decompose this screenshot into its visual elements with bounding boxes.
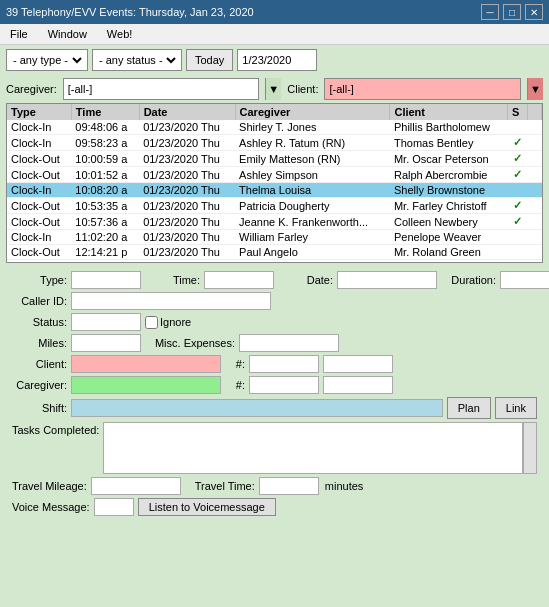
cell-type: Clock-Out	[7, 167, 71, 183]
listen-button[interactable]: Listen to Voicemessage	[138, 498, 276, 516]
client-field[interactable]: [-all-]	[324, 78, 521, 100]
minimize-button[interactable]: ─	[481, 4, 499, 20]
travel-mileage-label: Travel Mileage:	[12, 480, 87, 492]
status-select[interactable]: - any status - Active Inactive	[95, 50, 179, 70]
menu-web[interactable]: Web!	[103, 26, 136, 42]
maximize-button[interactable]: □	[503, 4, 521, 20]
callerid-input[interactable]	[71, 292, 271, 310]
cell-time: 12:14:21 p	[71, 245, 139, 260]
cell-time: 10:01:52 a	[71, 167, 139, 183]
client-dropdown-arrow[interactable]: ▼	[527, 78, 543, 100]
col-type: Type	[7, 104, 71, 120]
client-detail-input[interactable]	[71, 355, 221, 373]
table-row[interactable]: Clock-In 11:02:20 a 01/23/2020 Thu Willi…	[7, 230, 542, 245]
voice-message-input[interactable]	[94, 498, 134, 516]
cell-scroll-pad	[528, 120, 542, 135]
shift-input[interactable]	[71, 399, 443, 417]
col-caregiver: Caregiver	[235, 104, 390, 120]
type-label: Type:	[12, 274, 67, 286]
events-table-container: Type Time Date Caregiver Client S Clock-…	[6, 103, 543, 263]
cell-type: Clock-Out	[7, 245, 71, 260]
time-input[interactable]	[204, 271, 274, 289]
table-row[interactable]: Clock-Out 10:00:59 a 01/23/2020 Thu Emil…	[7, 151, 542, 167]
table-row[interactable]: Clock-In 10:08:20 a 01/23/2020 Thu Thelm…	[7, 183, 542, 198]
misc-exp-input[interactable]	[239, 334, 339, 352]
toolbar: - any type - Clock-In Clock-Out - any st…	[0, 45, 549, 75]
cell-scroll-pad	[528, 245, 542, 260]
client-hash-input[interactable]	[249, 355, 319, 373]
travel-time-input[interactable]	[259, 477, 319, 495]
cell-time: 09:48:06 a	[71, 120, 139, 135]
table-body: Clock-In 09:48:06 a 01/23/2020 Thu Shirl…	[7, 120, 542, 260]
table-row[interactable]: Clock-In 09:58:23 a 01/23/2020 Thu Ashle…	[7, 135, 542, 151]
cell-client: Mr. Roland Green	[390, 245, 508, 260]
table-row[interactable]: Clock-Out 10:57:36 a 01/23/2020 Thu Jean…	[7, 214, 542, 230]
caregiver-detail-input[interactable]	[71, 376, 221, 394]
cell-check: ✓	[508, 214, 528, 230]
table-row[interactable]: Clock-Out 10:01:52 a 01/23/2020 Thu Ashl…	[7, 167, 542, 183]
ignore-checkbox[interactable]	[145, 316, 158, 329]
cell-time: 09:58:23 a	[71, 135, 139, 151]
shift-label: Shift:	[12, 402, 67, 414]
type-select[interactable]: - any type - Clock-In Clock-Out	[9, 50, 85, 70]
col-time: Time	[71, 104, 139, 120]
cell-time: 10:57:36 a	[71, 214, 139, 230]
client-value: [-all-]	[329, 83, 353, 95]
cell-scroll-pad	[528, 230, 542, 245]
date-input[interactable]	[237, 49, 317, 71]
cell-client: Mr. Farley Christoff	[390, 198, 508, 214]
cell-date: 01/23/2020 Thu	[139, 120, 235, 135]
cell-scroll-pad	[528, 198, 542, 214]
cell-type: Clock-Out	[7, 151, 71, 167]
window-controls: ─ □ ✕	[481, 4, 543, 20]
plan-button[interactable]: Plan	[447, 397, 491, 419]
date-detail-input[interactable]	[337, 271, 437, 289]
table-row[interactable]: Clock-Out 10:53:35 a 01/23/2020 Thu Patr…	[7, 198, 542, 214]
status-input[interactable]	[71, 313, 141, 331]
ignore-label: Ignore	[160, 316, 191, 328]
cell-type: Clock-Out	[7, 198, 71, 214]
type-input[interactable]	[71, 271, 141, 289]
detail-row-4: Miles: Misc. Expenses:	[12, 334, 537, 352]
ignore-container: Ignore	[145, 316, 191, 329]
today-button[interactable]: Today	[186, 49, 233, 71]
minutes-label: minutes	[325, 480, 364, 492]
cell-date: 01/23/2020 Thu	[139, 151, 235, 167]
cell-scroll-pad	[528, 167, 542, 183]
cell-client: Mr. Oscar Peterson	[390, 151, 508, 167]
link-button[interactable]: Link	[495, 397, 537, 419]
travel-time-label: Travel Time:	[185, 480, 255, 492]
detail-row-9: Travel Mileage: Travel Time: minutes	[12, 477, 537, 495]
caregiver-extra-input[interactable]	[323, 376, 393, 394]
window-title: 39 Telephony/EVV Events: Thursday, Jan 2…	[6, 6, 254, 18]
col-date: Date	[139, 104, 235, 120]
cell-caregiver: Thelma Louisa	[235, 183, 390, 198]
col-client: Client	[390, 104, 508, 120]
caregiver-detail-label: Caregiver:	[12, 379, 67, 391]
close-button[interactable]: ✕	[525, 4, 543, 20]
caregiver-dropdown-arrow[interactable]: ▼	[265, 78, 281, 100]
duration-input[interactable]	[500, 271, 549, 289]
menu-file[interactable]: File	[6, 26, 32, 42]
menu-bar: File Window Web!	[0, 24, 549, 45]
caregiver-field[interactable]: [-all-]	[63, 78, 260, 100]
status-dropdown[interactable]: - any status - Active Inactive	[92, 49, 182, 71]
cell-type: Clock-In	[7, 230, 71, 245]
caregiver-hash-input[interactable]	[249, 376, 319, 394]
menu-window[interactable]: Window	[44, 26, 91, 42]
miles-input[interactable]	[71, 334, 141, 352]
tasks-scrollbar[interactable]	[523, 422, 537, 474]
tasks-label: Tasks Completed:	[12, 422, 99, 436]
travel-mileage-input[interactable]	[91, 477, 181, 495]
client-extra-input[interactable]	[323, 355, 393, 373]
table-row[interactable]: Clock-Out 12:14:21 p 01/23/2020 Thu Paul…	[7, 245, 542, 260]
cell-type: Clock-In	[7, 183, 71, 198]
detail-row-8: Tasks Completed:	[12, 422, 537, 474]
tasks-textarea[interactable]	[103, 422, 523, 474]
table-row[interactable]: Clock-In 09:48:06 a 01/23/2020 Thu Shirl…	[7, 120, 542, 135]
cell-client: Shelly Brownstone	[390, 183, 508, 198]
client-label: Client:	[287, 83, 318, 95]
type-dropdown[interactable]: - any type - Clock-In Clock-Out	[6, 49, 88, 71]
cell-time: 10:08:20 a	[71, 183, 139, 198]
detail-row-2: Caller ID:	[12, 292, 537, 310]
